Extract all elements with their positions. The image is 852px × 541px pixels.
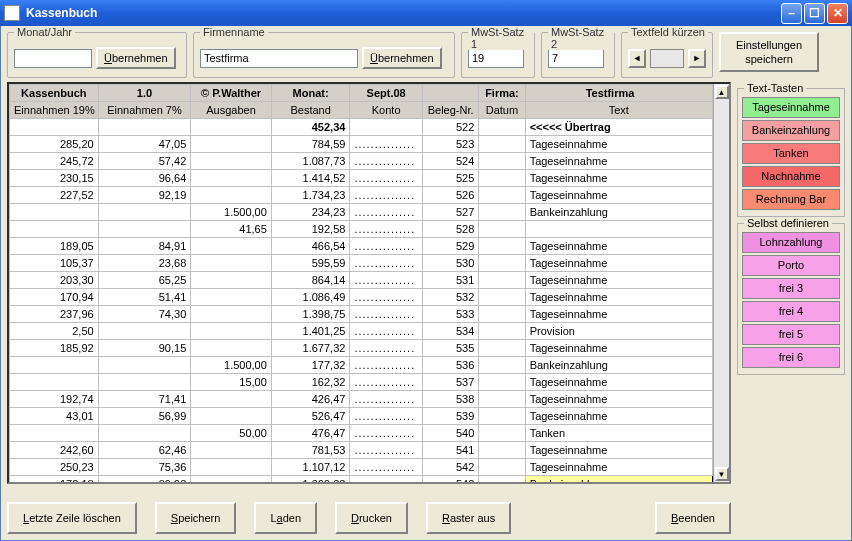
- btn-beenden[interactable]: Beenden: [655, 502, 731, 534]
- cell-txt[interactable]: Tageseinnahme: [525, 136, 712, 153]
- cell-best[interactable]: 1.369,23: [271, 476, 350, 483]
- table-row[interactable]: 242,6062,46781,53...............541Tages…: [10, 442, 713, 459]
- cell-bnr[interactable]: 534: [422, 323, 478, 340]
- cell-e19[interactable]: 172,18: [10, 476, 99, 483]
- cell-dat[interactable]: [479, 289, 525, 306]
- cell-aus[interactable]: 50,00: [191, 425, 272, 442]
- cell-aus[interactable]: [191, 153, 272, 170]
- cell-aus[interactable]: [191, 459, 272, 476]
- kuerzen-left[interactable]: ◄: [628, 49, 646, 68]
- cell-txt[interactable]: Tageseinnahme: [525, 170, 712, 187]
- cell-e19[interactable]: 250,23: [10, 459, 99, 476]
- cell-konto[interactable]: ...............: [350, 238, 423, 255]
- cell-konto[interactable]: ...............: [350, 357, 423, 374]
- table-row[interactable]: 2,501.401,25...............534Provision: [10, 323, 713, 340]
- cell-aus[interactable]: [191, 170, 272, 187]
- table-row[interactable]: 237,9674,301.398,75...............533Tag…: [10, 306, 713, 323]
- cell-dat[interactable]: [479, 272, 525, 289]
- cell-konto[interactable]: ...............: [350, 204, 423, 221]
- cell-dat[interactable]: [479, 238, 525, 255]
- cell-dat[interactable]: [479, 170, 525, 187]
- cell-bnr[interactable]: 527: [422, 204, 478, 221]
- cell-bnr[interactable]: 537: [422, 374, 478, 391]
- table-row[interactable]: 50,00476,47...............540Tanken: [10, 425, 713, 442]
- cell-bnr[interactable]: 533: [422, 306, 478, 323]
- cell-e19[interactable]: [10, 204, 99, 221]
- cell-best[interactable]: 1.414,52: [271, 170, 350, 187]
- input-mwst2[interactable]: [548, 49, 604, 68]
- cell-e7[interactable]: 57,42: [98, 153, 191, 170]
- text-button-lohnzahlung[interactable]: Lohnzahlung: [742, 232, 840, 253]
- text-button-frei-3[interactable]: frei 3: [742, 278, 840, 299]
- cell-dat[interactable]: [479, 221, 525, 238]
- cell-e19[interactable]: 2,50: [10, 323, 99, 340]
- cell-txt[interactable]: Tageseinnahme: [525, 442, 712, 459]
- cell-bnr[interactable]: 540: [422, 425, 478, 442]
- cell-bnr[interactable]: 524: [422, 153, 478, 170]
- text-button-nachnahme[interactable]: Nachnahme: [742, 166, 840, 187]
- cell-e7[interactable]: 51,41: [98, 289, 191, 306]
- table-row[interactable]: 189,0584,91466,54...............529Tages…: [10, 238, 713, 255]
- table-row[interactable]: 452,34522<<<<< Übertrag: [10, 119, 713, 136]
- cell-konto[interactable]: ...............: [350, 459, 423, 476]
- cell-txt[interactable]: Bankeinzahlung: [525, 204, 712, 221]
- cell-dat[interactable]: [479, 204, 525, 221]
- text-button-tanken[interactable]: Tanken: [742, 143, 840, 164]
- cell-konto[interactable]: ...............: [350, 323, 423, 340]
- cell-e19[interactable]: 242,60: [10, 442, 99, 459]
- table-row[interactable]: 1.500,00177,32...............536Bankeinz…: [10, 357, 713, 374]
- cell-e7[interactable]: 90,15: [98, 340, 191, 357]
- kuerzen-right[interactable]: ►: [688, 49, 706, 68]
- cell-txt[interactable]: Bankeinzahlung: [525, 476, 712, 483]
- cell-best[interactable]: 177,32: [271, 357, 350, 374]
- cell-e7[interactable]: 47,05: [98, 136, 191, 153]
- text-button-tageseinnahme[interactable]: Tageseinnahme: [742, 97, 840, 118]
- cell-aus[interactable]: 1.500,00: [191, 204, 272, 221]
- cell-e7[interactable]: 23,68: [98, 255, 191, 272]
- table-row[interactable]: 105,3723,68595,59...............530Tages…: [10, 255, 713, 272]
- cell-e7[interactable]: [98, 204, 191, 221]
- cell-e19[interactable]: 105,37: [10, 255, 99, 272]
- table-row[interactable]: 43,0156,99526,47...............539Tagese…: [10, 408, 713, 425]
- cell-e19[interactable]: [10, 425, 99, 442]
- cell-txt[interactable]: Tanken: [525, 425, 712, 442]
- cell-bnr[interactable]: 529: [422, 238, 478, 255]
- cell-bnr[interactable]: 532: [422, 289, 478, 306]
- table-row[interactable]: 15,00162,32...............537Tageseinnah…: [10, 374, 713, 391]
- cell-aus[interactable]: [191, 272, 272, 289]
- cell-txt[interactable]: Tageseinnahme: [525, 459, 712, 476]
- cell-konto[interactable]: ...............: [350, 340, 423, 357]
- cell-best[interactable]: 452,34: [271, 119, 350, 136]
- cell-bnr[interactable]: 525: [422, 170, 478, 187]
- cell-best[interactable]: 1.107,12: [271, 459, 350, 476]
- cell-txt[interactable]: Tageseinnahme: [525, 272, 712, 289]
- cell-best[interactable]: 595,59: [271, 255, 350, 272]
- cell-e7[interactable]: 96,64: [98, 170, 191, 187]
- cell-e19[interactable]: 185,92: [10, 340, 99, 357]
- cell-dat[interactable]: [479, 255, 525, 272]
- cell-e7[interactable]: 89,93: [98, 476, 191, 483]
- cell-best[interactable]: 466,54: [271, 238, 350, 255]
- cell-dat[interactable]: [479, 119, 525, 136]
- input-firmenname[interactable]: [200, 49, 358, 68]
- table-row[interactable]: 250,2375,361.107,12...............542Tag…: [10, 459, 713, 476]
- cell-bnr[interactable]: 522: [422, 119, 478, 136]
- cell-best[interactable]: 192,58: [271, 221, 350, 238]
- cell-konto[interactable]: [350, 119, 423, 136]
- cell-dat[interactable]: [479, 442, 525, 459]
- cell-e19[interactable]: [10, 357, 99, 374]
- btn-uebernehmen-firma[interactable]: Übernehmen: [362, 47, 442, 69]
- cell-konto[interactable]: ...............: [350, 153, 423, 170]
- cell-e7[interactable]: 84,91: [98, 238, 191, 255]
- cell-aus[interactable]: [191, 306, 272, 323]
- grid-table[interactable]: Kassenbuch1.0© P.WaltherMonat:Sept.08Fir…: [9, 84, 713, 482]
- cell-best[interactable]: 426,47: [271, 391, 350, 408]
- table-row[interactable]: 192,7471,41426,47...............538Tages…: [10, 391, 713, 408]
- scroll-up-icon[interactable]: ▲: [715, 85, 729, 99]
- table-row[interactable]: 230,1596,641.414,52...............525Tag…: [10, 170, 713, 187]
- cell-aus[interactable]: [191, 323, 272, 340]
- minimize-button[interactable]: –: [781, 3, 802, 24]
- cell-bnr[interactable]: 542: [422, 459, 478, 476]
- cell-e7[interactable]: 75,36: [98, 459, 191, 476]
- text-button-frei-6[interactable]: frei 6: [742, 347, 840, 368]
